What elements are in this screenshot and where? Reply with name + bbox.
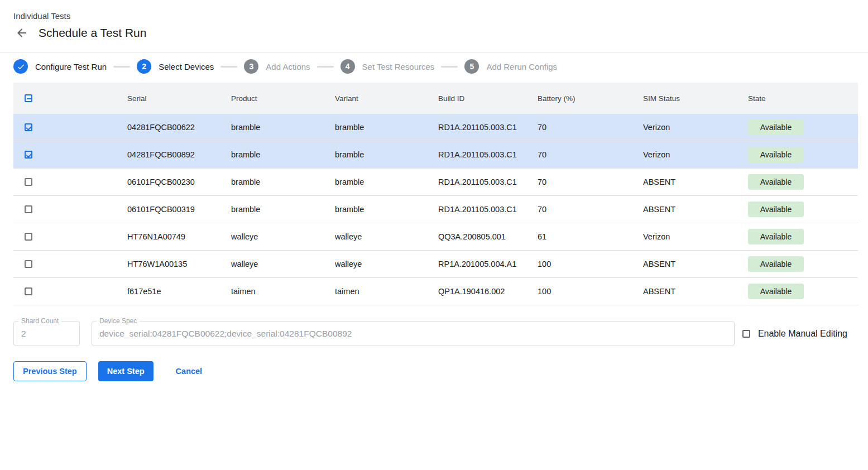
- column-header-product: Product: [231, 94, 335, 103]
- step-select-devices[interactable]: 2Select Devices: [137, 59, 214, 74]
- cell-product: bramble: [231, 150, 335, 159]
- select-all-checkbox[interactable]: [25, 94, 32, 102]
- row-checkbox[interactable]: [25, 233, 32, 241]
- row-checkbox-cell: [13, 260, 127, 268]
- step-label: Set Test Resources: [362, 62, 435, 71]
- cell-product: walleye: [231, 260, 335, 268]
- row-checkbox[interactable]: [25, 151, 32, 159]
- cell-state: Available: [748, 147, 858, 162]
- cell-state: Available: [748, 256, 858, 272]
- page-title: Schedule a Test Run: [39, 26, 146, 40]
- device-spec-label: Device Spec: [97, 317, 140, 325]
- cell-build-id: QP1A.190416.002: [438, 287, 538, 296]
- page-header: Individual Tests Schedule a Test Run: [0, 0, 868, 52]
- device-row-04281fqcb00892[interactable]: 04281FQCB00892bramblebrambleRD1A.201105.…: [13, 141, 858, 169]
- row-checkbox-cell: [13, 151, 127, 159]
- breadcrumb: Individual Tests: [13, 11, 855, 21]
- cell-variant: walleye: [335, 232, 438, 241]
- cell-serial: 06101FQCB00319: [127, 205, 231, 214]
- next-step-button[interactable]: Next Step: [98, 361, 154, 381]
- step-connector: [113, 66, 130, 68]
- row-checkbox[interactable]: [25, 287, 32, 295]
- state-badge: Available: [748, 229, 804, 244]
- manual-editing-checkbox[interactable]: [742, 330, 750, 338]
- enable-manual-editing[interactable]: Enable Manual Editing: [742, 329, 847, 339]
- step-label: Add Actions: [266, 62, 310, 71]
- cell-sim-status: Verizon: [643, 232, 748, 241]
- device-row-04281fqcb00622[interactable]: 04281FQCB00622bramblebrambleRD1A.201105.…: [13, 114, 858, 141]
- cell-battery: 100: [538, 260, 643, 268]
- cell-product: bramble: [231, 178, 335, 186]
- step-connector: [441, 66, 458, 68]
- column-header-serial: Serial: [127, 94, 231, 103]
- state-badge: Available: [748, 147, 804, 162]
- device-spec-value: device_serial:04281FQCB00622;device_seri…: [92, 329, 359, 339]
- device-row-06101fqcb00319[interactable]: 06101FQCB00319bramblebrambleRD1A.201105.…: [13, 196, 858, 223]
- shard-form-row: Shard Count 2 Device Spec device_serial:…: [13, 321, 858, 346]
- step-number-2: 2: [137, 59, 151, 74]
- device-row-ht76n1a00749[interactable]: HT76N1A00749walleyewalleyeQQ3A.200805.00…: [13, 223, 858, 251]
- state-badge: Available: [748, 119, 804, 135]
- cell-variant: bramble: [335, 205, 438, 214]
- cell-battery: 100: [538, 287, 643, 296]
- cell-sim-status: ABSENT: [643, 260, 748, 268]
- device-row-06101fqcb00230[interactable]: 06101FQCB00230bramblebrambleRD1A.201105.…: [13, 169, 858, 196]
- manual-editing-label: Enable Manual Editing: [758, 329, 847, 339]
- device-spec-field[interactable]: Device Spec device_serial:04281FQCB00622…: [92, 321, 735, 346]
- back-arrow-icon: [15, 26, 28, 40]
- cell-build-id: RP1A.201005.004.A1: [438, 260, 538, 268]
- cell-product: taimen: [231, 287, 335, 296]
- cell-state: Available: [748, 119, 858, 135]
- cell-battery: 70: [538, 150, 643, 159]
- cell-serial: HT76N1A00749: [127, 232, 231, 241]
- stepper: Configure Test Run2Select Devices3Add Ac…: [0, 53, 868, 68]
- step-add-actions[interactable]: 3Add Actions: [244, 59, 310, 74]
- step-add-rerun-configs[interactable]: 5Add Rerun Configs: [464, 59, 557, 74]
- state-badge: Available: [748, 256, 804, 272]
- device-row-ht76w1a00135[interactable]: HT76W1A00135walleyewalleyeRP1A.201005.00…: [13, 251, 858, 278]
- row-checkbox-cell: [13, 178, 127, 186]
- cell-serial: f617e51e: [127, 287, 231, 296]
- cell-sim-status: Verizon: [643, 150, 748, 159]
- previous-step-button[interactable]: Previous Step: [13, 361, 87, 381]
- cell-serial: 06101FQCB00230: [127, 178, 231, 186]
- cell-build-id: QQ3A.200805.001: [438, 232, 538, 241]
- shard-count-value: 2: [14, 329, 33, 339]
- cell-variant: bramble: [335, 123, 438, 132]
- table-body: 04281FQCB00622bramblebrambleRD1A.201105.…: [13, 114, 858, 305]
- cell-state: Available: [748, 229, 858, 244]
- device-row-f617e51e[interactable]: f617e51etaimentaimenQP1A.190416.002100AB…: [13, 278, 858, 305]
- cell-serial: HT76W1A00135: [127, 260, 231, 268]
- state-badge: Available: [748, 202, 804, 217]
- table-header-row: SerialProductVariantBuild IDBattery (%)S…: [13, 83, 858, 114]
- device-table: SerialProductVariantBuild IDBattery (%)S…: [13, 83, 858, 305]
- row-checkbox[interactable]: [25, 178, 32, 186]
- step-set-test-resources[interactable]: 4Set Test Resources: [341, 59, 435, 74]
- cell-sim-status: ABSENT: [643, 287, 748, 296]
- row-checkbox[interactable]: [25, 260, 32, 268]
- cell-battery: 61: [538, 232, 643, 241]
- step-number-5: 5: [464, 59, 479, 74]
- cell-variant: bramble: [335, 178, 438, 186]
- cell-variant: bramble: [335, 150, 438, 159]
- cell-variant: taimen: [335, 287, 438, 296]
- row-checkbox[interactable]: [25, 123, 32, 131]
- step-number-3: 3: [244, 59, 258, 74]
- cell-product: bramble: [231, 123, 335, 132]
- cancel-button[interactable]: Cancel: [172, 361, 206, 381]
- shard-count-field[interactable]: Shard Count 2: [13, 321, 80, 346]
- cell-variant: walleye: [335, 260, 438, 268]
- step-configure-test-run[interactable]: Configure Test Run: [13, 59, 107, 74]
- row-checkbox-cell: [13, 205, 127, 213]
- row-checkbox[interactable]: [25, 205, 32, 213]
- cell-serial: 04281FQCB00892: [127, 150, 231, 159]
- row-checkbox-cell: [13, 287, 127, 295]
- row-checkbox-cell: [13, 123, 127, 131]
- cell-battery: 70: [538, 123, 643, 132]
- back-button[interactable]: [15, 26, 29, 40]
- action-buttons: Previous Step Next Step Cancel: [13, 361, 855, 381]
- column-header-state: State: [748, 94, 858, 103]
- cell-serial: 04281FQCB00622: [127, 123, 231, 132]
- state-badge: Available: [748, 284, 804, 299]
- table-header-checkbox-cell: [13, 94, 127, 102]
